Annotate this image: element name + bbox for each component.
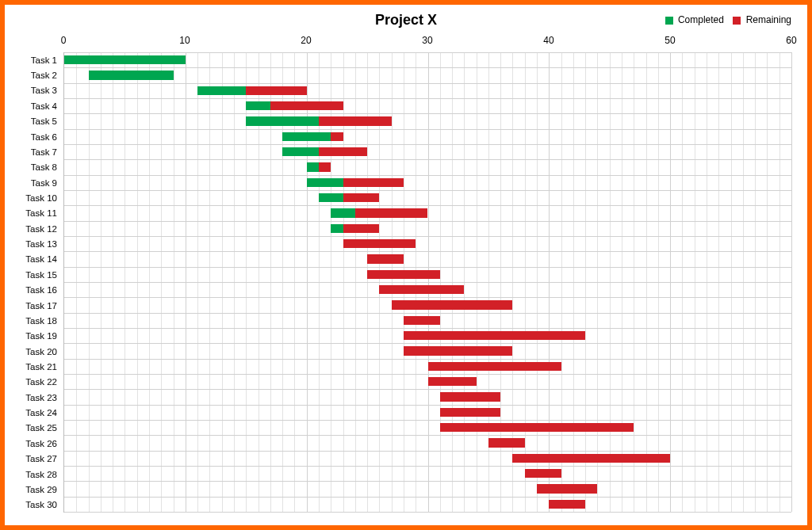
x-axis: 0102030405060 <box>63 35 791 51</box>
legend-swatch-remaining <box>733 17 741 25</box>
task-row <box>64 190 791 205</box>
bar-remaining <box>319 116 392 126</box>
y-tick-label: Task 23 <box>25 393 57 402</box>
task-row <box>64 236 791 251</box>
y-tick-label: Task 29 <box>25 485 57 494</box>
y-tick-label: Task 16 <box>25 285 57 295</box>
bar-remaining <box>246 86 306 96</box>
task-row <box>64 267 791 282</box>
y-tick-label: Task 17 <box>25 301 57 311</box>
gridline-h <box>64 512 791 513</box>
bar-remaining <box>404 346 513 356</box>
x-tick-label: 60 <box>786 35 796 46</box>
y-tick-label: Task 7 <box>31 147 57 157</box>
y-tick-label: Task 27 <box>25 454 57 463</box>
bar-remaining <box>343 224 380 234</box>
task-row <box>64 389 791 404</box>
y-tick-label: Task 21 <box>25 362 57 372</box>
bar-remaining <box>512 454 670 463</box>
task-row <box>64 175 791 190</box>
bar-remaining <box>319 162 331 172</box>
task-row <box>64 405 791 420</box>
y-tick-label: Task 18 <box>25 316 57 326</box>
y-tick-label: Task 4 <box>31 101 57 111</box>
bar-remaining <box>537 484 597 494</box>
bar-completed <box>64 55 186 65</box>
bar-remaining <box>367 270 440 280</box>
bar-completed <box>89 71 174 80</box>
y-tick-label: Task 1 <box>31 55 57 65</box>
task-row <box>64 297 791 312</box>
bar-completed <box>282 132 331 142</box>
bar-completed <box>246 101 270 111</box>
x-tick-label: 30 <box>422 35 432 46</box>
task-row <box>64 343 791 358</box>
bar-remaining <box>440 423 634 433</box>
y-tick-label: Task 20 <box>25 347 57 357</box>
task-row <box>64 359 791 374</box>
x-tick-label: 50 <box>665 35 675 46</box>
bar-completed <box>307 178 343 188</box>
task-row <box>64 221 791 236</box>
chart-area: Project X Completed Remaining 0102030405… <box>14 11 798 519</box>
task-row <box>64 98 791 113</box>
task-row <box>64 113 791 128</box>
bar-remaining <box>343 178 404 188</box>
task-row <box>64 144 791 159</box>
y-tick-label: Task 2 <box>31 71 57 80</box>
bar-remaining <box>404 331 585 341</box>
gridline-v <box>791 52 792 512</box>
task-row <box>64 466 791 481</box>
task-row <box>64 497 791 512</box>
y-tick-label: Task 28 <box>25 470 57 479</box>
y-tick-label: Task 5 <box>31 116 57 126</box>
y-tick-label: Task 24 <box>25 408 57 418</box>
bar-remaining <box>270 101 343 111</box>
task-row <box>64 374 791 389</box>
x-tick-label: 0 <box>61 35 67 46</box>
x-tick-label: 10 <box>179 35 190 46</box>
bar-remaining <box>379 285 464 295</box>
y-tick-label: Task 12 <box>25 224 57 234</box>
task-row <box>64 481 791 496</box>
plot-area <box>63 52 791 513</box>
bar-remaining <box>343 239 416 249</box>
task-row <box>64 67 791 82</box>
chart-frame: Project X Completed Remaining 0102030405… <box>0 0 812 530</box>
y-tick-label: Task 22 <box>25 377 57 387</box>
bar-completed <box>282 147 319 157</box>
x-tick-label: 20 <box>301 35 311 46</box>
bar-remaining <box>392 300 513 310</box>
bar-completed <box>331 208 355 218</box>
bar-remaining <box>404 316 440 326</box>
bar-remaining <box>331 132 343 142</box>
x-tick-label: 40 <box>543 35 553 46</box>
bar-remaining <box>488 438 525 448</box>
bar-completed <box>331 224 343 234</box>
legend-label-completed: Completed <box>678 14 724 25</box>
bar-remaining <box>428 377 477 387</box>
y-tick-label: Task 30 <box>25 500 57 509</box>
task-row <box>64 451 791 466</box>
bar-remaining <box>367 254 404 264</box>
bar-completed <box>197 86 246 96</box>
task-row <box>64 328 791 343</box>
legend-item-completed: Completed <box>665 14 724 25</box>
task-row <box>64 282 791 297</box>
bar-completed <box>319 193 343 203</box>
y-tick-label: Task 26 <box>25 439 57 448</box>
y-tick-label: Task 19 <box>25 331 57 341</box>
y-tick-label: Task 13 <box>25 239 57 249</box>
y-tick-label: Task 14 <box>25 254 57 264</box>
y-tick-label: Task 10 <box>25 193 57 203</box>
task-row <box>64 313 791 328</box>
bar-completed <box>307 162 319 172</box>
legend: Completed Remaining <box>659 14 791 25</box>
task-row <box>64 83 791 98</box>
y-tick-label: Task 15 <box>25 270 57 280</box>
task-row <box>64 420 791 435</box>
legend-swatch-completed <box>665 17 673 25</box>
task-row <box>64 205 791 220</box>
bar-remaining <box>525 469 561 479</box>
bar-completed <box>246 116 319 126</box>
